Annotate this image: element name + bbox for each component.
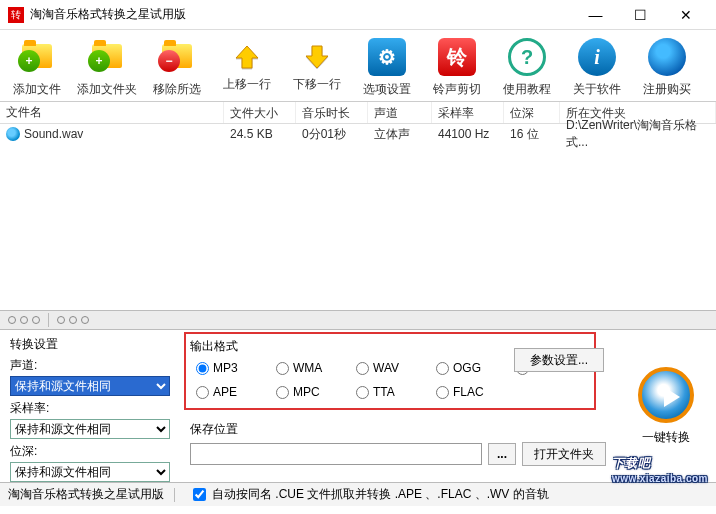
move-down-icon [301, 42, 333, 72]
format-radio-wav[interactable]: WAV [356, 361, 436, 375]
ringtone-icon: 铃 [437, 37, 477, 77]
file-folder: D:\ZenWriter\淘淘音乐格式... [560, 115, 716, 153]
format-radio-wma[interactable]: WMA [276, 361, 356, 375]
ringtone-label: 铃声剪切 [433, 81, 481, 98]
add-folder-button[interactable]: + 添加文件夹 [72, 34, 142, 101]
col-samplerate[interactable]: 采样率 [432, 102, 504, 123]
status-app-name: 淘淘音乐格式转换之星试用版 [8, 486, 164, 503]
add-file-icon: + [17, 37, 57, 77]
about-icon: i [577, 37, 617, 77]
file-channel: 立体声 [368, 124, 432, 145]
file-duration: 0分01秒 [296, 124, 368, 145]
add-folder-icon: + [87, 37, 127, 77]
remove-selected-button[interactable]: − 移除所选 [142, 34, 212, 101]
format-radio-flac[interactable]: FLAC [436, 385, 516, 399]
add-folder-label: 添加文件夹 [77, 81, 137, 98]
conversion-settings: 转换设置 声道: 保持和源文件相同 采样率: 保持和源文件相同 位深: 保持和源… [0, 330, 180, 482]
register-label: 注册购买 [643, 81, 691, 98]
save-location-label: 保存位置 [190, 421, 606, 438]
maximize-button[interactable]: ☐ [618, 1, 663, 29]
move-down-button[interactable]: 下移一行 [282, 34, 352, 101]
col-duration[interactable]: 音乐时长 [296, 102, 368, 123]
output-settings: 输出格式 MP3WMAWAVOGGWV APEMPCTTAFLAC 参数设置..… [180, 330, 616, 482]
options-icon: ⚙ [367, 37, 407, 77]
file-samplerate: 44100 Hz [432, 125, 504, 143]
param-settings-button[interactable]: 参数设置... [514, 348, 604, 372]
options-label: 选项设置 [363, 81, 411, 98]
move-up-button[interactable]: 上移一行 [212, 34, 282, 101]
save-location-input[interactable] [190, 443, 482, 465]
col-filename[interactable]: 文件名 [0, 102, 224, 123]
format-radio-tta[interactable]: TTA [356, 385, 436, 399]
samplerate-select[interactable]: 保持和源文件相同 [10, 419, 170, 439]
browse-button[interactable]: ... [488, 443, 516, 465]
convert-button-label[interactable]: 一键转换 [642, 429, 690, 446]
samplerate-label: 采样率: [10, 400, 170, 417]
auto-cue-checkbox[interactable] [193, 488, 206, 501]
remove-label: 移除所选 [153, 81, 201, 98]
format-radio-ogg[interactable]: OGG [436, 361, 516, 375]
options-button[interactable]: ⚙ 选项设置 [352, 34, 422, 101]
add-file-label: 添加文件 [13, 81, 61, 98]
about-label: 关于软件 [573, 81, 621, 98]
convert-icon[interactable] [638, 367, 694, 423]
bitdepth-label: 位深: [10, 443, 170, 460]
open-folder-button[interactable]: 打开文件夹 [522, 442, 606, 466]
format-radio-ape[interactable]: APE [196, 385, 276, 399]
minimize-button[interactable]: ― [573, 1, 618, 29]
format-radio-mpc[interactable]: MPC [276, 385, 356, 399]
register-icon [647, 37, 687, 77]
status-bar: 淘淘音乐格式转换之星试用版 自动按同名 .CUE 文件抓取并转换 .APE 、.… [0, 482, 716, 506]
channel-select[interactable]: 保持和源文件相同 [10, 376, 170, 396]
register-button[interactable]: 注册购买 [632, 34, 702, 101]
col-channel[interactable]: 声道 [368, 102, 432, 123]
close-button[interactable]: ✕ [663, 1, 708, 29]
file-row[interactable]: Sound.wav 24.5 KB 0分01秒 立体声 44100 Hz 16 … [0, 124, 716, 144]
window-title: 淘淘音乐格式转换之星试用版 [30, 6, 573, 23]
move-down-label: 下移一行 [293, 76, 341, 93]
add-file-button[interactable]: + 添加文件 [2, 34, 72, 101]
col-bitdepth[interactable]: 位深 [504, 102, 560, 123]
tutorial-icon: ? [507, 37, 547, 77]
auto-cue-label: 自动按同名 .CUE 文件抓取并转换 .APE 、.FLAC 、.WV 的音轨 [212, 486, 549, 503]
settings-panel: 转换设置 声道: 保持和源文件相同 采样率: 保持和源文件相同 位深: 保持和源… [0, 330, 716, 482]
audio-file-icon [6, 127, 20, 141]
move-up-icon [231, 42, 263, 72]
file-list: 文件名 文件大小 音乐时长 声道 采样率 位深 所在文件夹 Sound.wav … [0, 102, 716, 310]
file-size: 24.5 KB [224, 125, 296, 143]
convert-area: 一键转换 [616, 330, 716, 482]
file-bitdepth: 16 位 [504, 124, 560, 145]
channel-label: 声道: [10, 357, 170, 374]
move-up-label: 上移一行 [223, 76, 271, 93]
title-bar: 转 淘淘音乐格式转换之星试用版 ― ☐ ✕ [0, 0, 716, 30]
file-name: Sound.wav [24, 127, 83, 141]
toolbar: + 添加文件 + 添加文件夹 − 移除所选 上移一行 下移一行 ⚙ 选项设置 铃… [0, 30, 716, 102]
ringtone-button[interactable]: 铃 铃声剪切 [422, 34, 492, 101]
bitdepth-select[interactable]: 保持和源文件相同 [10, 462, 170, 482]
tutorial-button[interactable]: ? 使用教程 [492, 34, 562, 101]
about-button[interactable]: i 关于软件 [562, 34, 632, 101]
col-size[interactable]: 文件大小 [224, 102, 296, 123]
settings-title: 转换设置 [10, 336, 170, 353]
remove-icon: − [157, 37, 197, 77]
tutorial-label: 使用教程 [503, 81, 551, 98]
pane-splitter[interactable] [0, 310, 716, 330]
app-icon: 转 [8, 7, 24, 23]
format-radio-mp3[interactable]: MP3 [196, 361, 276, 375]
